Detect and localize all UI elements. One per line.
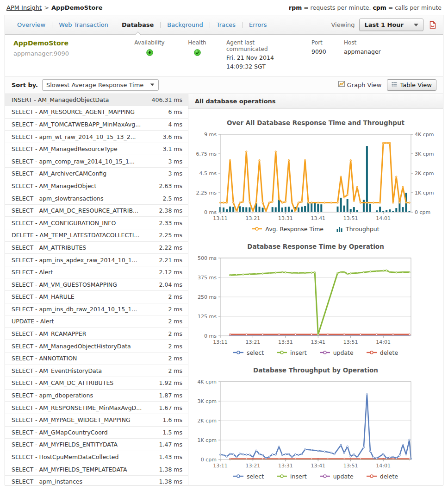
db-operation-row[interactable]: SELECT - AM_EventHistoryData 2 ms [5, 365, 188, 378]
operation-name: SELECT - AM_RESOURCE_AGENT_MAPPING [12, 108, 135, 115]
db-operation-row[interactable]: DELETE - AM_TEMP_LATESTDATACOLLECTI... 2… [5, 229, 188, 242]
db-operation-row[interactable]: SELECT - AM_CAM_DC_RESOURCE_ATTRIB... 2.… [5, 205, 188, 217]
operation-response-time: 1.87 ms [156, 392, 183, 399]
legend-item-select: select [233, 473, 264, 480]
operation-response-time: 2.12 ms [156, 269, 183, 276]
db-operation-row[interactable]: SELECT - AM_ATTRIBUTES 2.22 ms [5, 242, 188, 254]
db-operation-row[interactable]: SELECT - AM_VM_GUESTOSMAPPING 2.04 ms [5, 278, 188, 291]
breadcrumb-link-apm-insight[interactable]: APM Insight [6, 4, 42, 11]
operation-response-time: 1.6 ms [159, 416, 182, 423]
operation-response-time: 3 ms [164, 158, 182, 165]
db-operation-row[interactable]: SELECT - AM_ManagedObjectHistoryData 2 m… [5, 340, 188, 353]
legend-item-select: select [233, 349, 264, 356]
db-operation-row[interactable]: SELECT - apm_wt_raw_2014_10_15_13_2... 3… [5, 131, 188, 143]
breadcrumb: APM Insight>AppDemoStore [6, 4, 103, 11]
db-operation-row[interactable]: SELECT - AM_RESPONSETIME_MinMaxAvgD... 1… [5, 402, 188, 414]
legend-item-insert: insert [277, 473, 307, 480]
db-operation-row[interactable]: SELECT - AM_MYFIELDS_TEMPLATEDATA 1.38 m… [5, 463, 188, 476]
sort-by-value: Slowest Average Response Time [46, 82, 143, 88]
operation-response-time: 2.25 ms [156, 232, 183, 239]
pdf-export-icon[interactable] [428, 21, 437, 29]
tab-background[interactable]: Background [161, 15, 210, 34]
sort-by-label: Sort by. [12, 82, 38, 88]
time-range-dropdown[interactable]: Last 1 Hour [359, 19, 423, 31]
svg-text:13:21: 13:21 [246, 215, 261, 221]
operation-response-time: 1.67 ms [156, 404, 183, 411]
health-status-icon [194, 49, 201, 57]
db-operation-row[interactable]: SELECT - AM_RESOURCE_AGENT_MAPPING 6 ms [5, 106, 188, 119]
tab-database[interactable]: Database [115, 15, 160, 34]
operation-name: SELECT - AM_ATTRIBUTES [12, 244, 86, 251]
db-operation-row[interactable]: SELECT - AM_CAM_DC_ATTRIBUTES 1.92 ms [5, 377, 188, 390]
operation-response-time: 2 ms [164, 330, 182, 337]
svg-text:13:41: 13:41 [311, 463, 325, 469]
db-operation-row[interactable]: SELECT - Alert 2.12 ms [5, 266, 188, 279]
chart-plot: 0 cpm1K cpm2K cpm3K cpm4K cpm13:1113:211… [188, 378, 443, 472]
svg-text:9 ms: 9 ms [204, 132, 217, 138]
tab-traces[interactable]: Traces [210, 15, 242, 34]
availability-block: Availability [131, 39, 168, 57]
operation-response-time: 1.47 ms [156, 441, 183, 448]
db-operation-row[interactable]: INSERT - AM_ManagedObjectData 406.31 ms [5, 94, 188, 107]
db-operation-row[interactable]: SELECT - ANNOTATION 2 ms [5, 353, 188, 365]
db-operation-row[interactable]: SELECT - AM_ManagedResourceType 3.1 ms [5, 143, 188, 156]
operation-name: SELECT - AM_MYFIELDS_ENTITYDATA [12, 441, 118, 448]
operation-response-time: 3.1 ms [159, 145, 182, 152]
app-info-row: AppDemoStore appmanager:9090 Availabilit… [5, 35, 443, 76]
svg-text:125 ms: 125 ms [198, 314, 217, 320]
svg-text:13:41: 13:41 [311, 339, 325, 345]
svg-text:13:51: 13:51 [343, 215, 358, 221]
db-operation-row[interactable]: UPDATE - Alert 2 ms [5, 315, 188, 328]
operation-name: SELECT - HostCpuMemDataCollected [12, 453, 118, 460]
svg-text:13:51: 13:51 [343, 463, 358, 469]
chart-title: Database Throughput by Operation [188, 366, 443, 374]
operation-response-time: 1.92 ms [156, 379, 183, 386]
db-operation-row[interactable]: SELECT - AM_TOMCATWEBAPP_MinMaxAvg... 4 … [5, 119, 188, 131]
legend-item-throughput: Throughput [336, 226, 380, 233]
db-operation-row[interactable]: SELECT - AM_ArchiverCAMConfig 3 ms [5, 168, 188, 180]
operation-response-time: 1.38 ms [156, 466, 183, 473]
toolbar: Sort by. Slowest Average Response Time G… [5, 76, 443, 94]
svg-text:4K cpm: 4K cpm [198, 379, 217, 385]
svg-text:14:01: 14:01 [376, 215, 391, 221]
db-operation-row[interactable]: SELECT - AM_CONFIGURATION_INFO 2.33 ms [5, 217, 188, 229]
graph-view-button[interactable]: Graph View [338, 81, 382, 88]
chart-plot: 0 ms2.25 ms4.5 ms6.75 ms9 ms0 cpm1K cpm2… [188, 131, 443, 225]
operation-response-time: 1.5 ms [159, 429, 182, 436]
graph-view-label: Graph View [347, 82, 382, 88]
table-view-button[interactable]: Table View [387, 79, 436, 91]
db-operation-row[interactable]: SELECT - apm_instances 1.38 ms [5, 476, 188, 485]
db-operation-row[interactable]: SELECT - apm_slowtransactions 2.5 ms [5, 192, 188, 205]
db-operation-row[interactable]: SELECT - apm_comp_raw_2014_10_15_1... 3 … [5, 155, 188, 168]
tabs: OverviewWeb TransactionDatabaseBackgroun… [11, 15, 274, 34]
svg-text:500 ms: 500 ms [198, 255, 217, 261]
breadcrumb-current: AppDemoStore [51, 4, 103, 11]
svg-text:13:51: 13:51 [343, 339, 358, 345]
operation-response-time: 2.04 ms [156, 281, 183, 288]
operation-name: SELECT - apm_comp_raw_2014_10_15_1... [12, 158, 135, 165]
db-operation-row[interactable]: SELECT - AM_ManagedObject 2.63 ms [5, 180, 188, 193]
operation-response-time: 3.6 ms [159, 133, 182, 140]
host-block: Host appmanager [344, 39, 381, 55]
availability-label: Availability [131, 39, 168, 46]
svg-text:13:11: 13:11 [213, 463, 228, 469]
db-operation-row[interactable]: SELECT - AM_GMapCountryCoord 1.5 ms [5, 427, 188, 439]
db-operation-row[interactable]: SELECT - AM_MYFIELDS_ENTITYDATA 1.47 ms [5, 439, 188, 451]
db-operation-row[interactable]: SELECT - apm_ins_db_raw_2014_10_15_1... … [5, 303, 188, 316]
db-operation-row[interactable]: SELECT - apm_dboperations 1.87 ms [5, 390, 188, 402]
cpm-definition: = calls per minute [386, 4, 442, 11]
legend-label: Avg. Response Time [265, 226, 324, 233]
charts-panel-header: All database operations [188, 94, 443, 109]
chart-block-3: Database Throughput by Operation0 cpm1K … [188, 356, 443, 480]
db-operation-row[interactable]: SELECT - apm_ins_apdex_raw_2014_10_1... … [5, 254, 188, 266]
legend-label: insert [290, 473, 307, 480]
tab-errors[interactable]: Errors [243, 15, 273, 34]
db-operation-row[interactable]: SELECT - HostCpuMemDataCollected 1.43 ms [5, 451, 188, 464]
sort-by-select[interactable]: Slowest Average Response Time [42, 79, 159, 91]
db-operation-row[interactable]: SELECT - AM_RCAMAPPER 2 ms [5, 328, 188, 340]
tab-overview[interactable]: Overview [11, 15, 52, 34]
db-operation-row[interactable]: SELECT - AM_HARULE 2 ms [5, 291, 188, 303]
tab-web-transaction[interactable]: Web Transaction [52, 15, 115, 34]
db-operation-row[interactable]: SELECT - AM_MYPAGE_WIDGET_MAPPING 1.6 ms [5, 414, 188, 427]
agent-block: Agent last communicated Fri, 21 Nov 2014… [226, 39, 296, 71]
